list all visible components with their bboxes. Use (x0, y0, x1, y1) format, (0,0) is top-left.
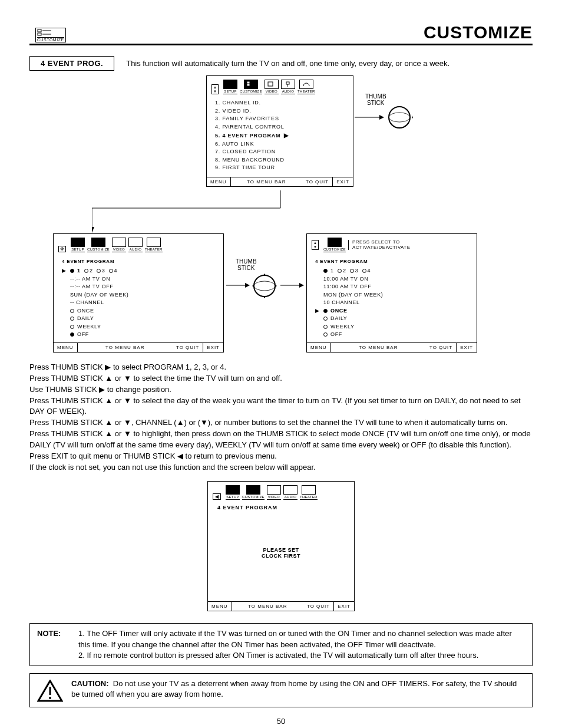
event-row[interactable]: -- CHANNEL (62, 299, 215, 307)
instruction-line: Press THUMB STICK ▶ to select PROGRAM 1,… (29, 362, 533, 373)
instruction-line: Press THUMB STICK ▲ or ▼ to select the t… (29, 373, 533, 384)
osd-panel-event-filled: ▲▼ CUSTOMIZE PRESS SELECT TOACTIVATE/DEA… (306, 233, 477, 353)
menu-item-selected[interactable]: 5. 4 EVENT PROGRAM ▶ (215, 131, 345, 140)
tab-setup[interactable]: SETUP (226, 485, 240, 500)
tab-video[interactable]: VIDEO (265, 80, 279, 94)
osd-panel-clock-warning: ◀ SETUP CUSTOMIZE VIDEO AUDIO THEATER 4 … (207, 481, 355, 611)
event-row[interactable]: 11:00 AM TV OFF (315, 283, 468, 291)
tab-theater[interactable]: THEATER (300, 485, 318, 500)
customize-badge: CUSTOMIZE (35, 28, 66, 42)
tab-setup[interactable]: SETUP (223, 80, 237, 94)
svg-rect-4 (247, 82, 249, 83)
svg-rect-7 (286, 82, 289, 84)
clock-msg: PLEASE SET CLOCK FIRST (208, 518, 354, 559)
svg-point-30 (49, 697, 51, 699)
mode-daily[interactable]: DAILY (315, 315, 468, 323)
tab-audio[interactable]: AUDIO (281, 80, 295, 94)
svg-rect-6 (268, 82, 273, 86)
event-row[interactable]: --:-- AM TV OFF (62, 283, 215, 291)
mode-once[interactable]: ▶ ONCE (315, 307, 468, 315)
section-description: This function will automatically turn th… (126, 59, 449, 68)
tab-setup[interactable]: SETUP (71, 238, 85, 252)
radio-icon (70, 317, 74, 321)
event-row[interactable]: 10:00 AM TV ON (315, 275, 468, 284)
radio-icon (84, 269, 88, 273)
menu-item[interactable]: 7. CLOSED CAPTION (215, 148, 345, 156)
footer-quit: TO QUIT (302, 177, 332, 186)
program-select-row[interactable]: ▶ 1 2 3 4 (62, 267, 215, 275)
svg-point-11 (389, 107, 410, 128)
clock-title: 4 EVENT PROGRAM (208, 502, 354, 513)
program-select-row[interactable]: 1 2 3 4 (315, 267, 468, 275)
tab-customize[interactable]: CUSTOMIZE (242, 485, 265, 500)
svg-marker-27 (299, 283, 304, 288)
footer-exit: EXIT (332, 177, 353, 186)
menu-item[interactable]: 4. PARENTAL CONTROL (215, 123, 345, 131)
mode-weekly[interactable]: WEEKLY (315, 323, 468, 331)
osd-tabs: ▲▼ SETUP CUSTOMIZE VIDEO AUDIO THEATER (207, 76, 353, 97)
updown-arrows-icon: ▲▼ (211, 84, 219, 94)
arrow-right-icon: ▶ (62, 267, 67, 275)
note-box: NOTE: 1. The OFF Timer will only activat… (29, 623, 533, 666)
svg-point-12 (389, 113, 410, 122)
page-header: CUSTOMIZE CUSTOMIZE (29, 22, 533, 42)
radio-icon (70, 309, 74, 313)
tab-theater[interactable]: THEATER (145, 238, 163, 252)
tab-theater[interactable]: THEATER (297, 80, 315, 94)
activate-note: PRESS SELECT TOACTIVATE/DEACTIVATE (348, 240, 471, 251)
menu-item[interactable]: 1. CHANNEL ID. (215, 99, 345, 107)
instructions-block: Press THUMB STICK ▶ to select PROGRAM 1,… (29, 362, 533, 473)
tab-audio[interactable]: AUDIO (128, 238, 143, 252)
mode-off[interactable]: OFF (315, 331, 468, 339)
arrow-right-icon: ▶ (315, 307, 320, 315)
svg-marker-24 (252, 284, 254, 288)
menu-item[interactable]: 6. AUTO LINK (215, 140, 345, 149)
menu-item[interactable]: 9. FIRST TIME TOUR (215, 164, 345, 172)
section-header-row: 4 EVENT PROG. This function will automat… (29, 56, 533, 71)
event-row[interactable]: --:-- AM TV ON (62, 275, 215, 284)
tab-audio[interactable]: AUDIO (283, 485, 297, 500)
osd-footer: MENU TO MENU BAR TO QUIT EXIT (208, 601, 354, 611)
instruction-line: Use THUMB STICK ▶ to change position. (29, 384, 533, 396)
mode-daily[interactable]: DAILY (62, 315, 215, 323)
flow-arrow-right-icon (355, 114, 384, 121)
instruction-line: If the clock is not set, you can not use… (29, 462, 533, 473)
tab-video[interactable]: VIDEO (112, 238, 126, 252)
radio-icon (338, 269, 342, 273)
radio-icon (70, 332, 74, 337)
svg-marker-23 (263, 296, 266, 298)
event-title: 4 EVENT PROGRAM (62, 258, 215, 265)
tab-customize[interactable]: CUSTOMIZE (87, 238, 110, 252)
flow-arrow-right-icon (226, 282, 250, 289)
tab-customize[interactable]: CUSTOMIZE (240, 80, 262, 94)
mode-once[interactable]: ONCE (62, 307, 215, 315)
svg-point-21 (254, 281, 275, 291)
radio-icon (70, 269, 74, 273)
svg-marker-10 (379, 115, 384, 120)
flow-connector (92, 190, 386, 238)
menu-item[interactable]: 2. VIDEO ID. (215, 107, 345, 116)
menu-item[interactable]: 3. FAMILY FAVORITES (215, 115, 345, 123)
note-content: 1. The OFF Timer will only activate if t… (78, 628, 525, 661)
updown-arrows-icon: ▲▼ (312, 240, 319, 250)
tab-video[interactable]: VIDEO (267, 485, 281, 500)
event-row[interactable]: MON (DAY OF WEEK) (315, 291, 468, 299)
tab-customize[interactable]: CUSTOMIZE (323, 238, 346, 252)
instruction-line: Press THUMB STICK ▲ or ▼ to select the d… (29, 396, 533, 418)
osd-footer: MENU TO MENU BAR TO QUIT EXIT (54, 342, 223, 352)
badge-label: CUSTOMIZE (37, 37, 64, 42)
mode-off[interactable]: OFF (62, 331, 215, 339)
event-title: 4 EVENT PROGRAM (315, 258, 468, 265)
footer-menu: MENU (207, 177, 230, 186)
osd-menu-list: 1. CHANNEL ID. 2. VIDEO ID. 3. FAMILY FA… (207, 97, 353, 177)
instruction-line: Press EXIT to quit menu or THUMB STICK ◀… (29, 451, 533, 462)
mode-weekly[interactable]: WEEKLY (62, 323, 215, 331)
section-label: 4 EVENT PROG. (29, 56, 114, 71)
customize-badge-icon (37, 29, 52, 37)
event-row[interactable]: SUN (DAY OF WEEK) (62, 291, 215, 299)
menu-item[interactable]: 8. MENU BACKGROUND (215, 156, 345, 164)
svg-rect-1 (38, 33, 41, 35)
page-number: 50 (29, 717, 533, 726)
event-row[interactable]: 10 CHANNEL (315, 299, 468, 307)
svg-rect-5 (247, 84, 249, 85)
